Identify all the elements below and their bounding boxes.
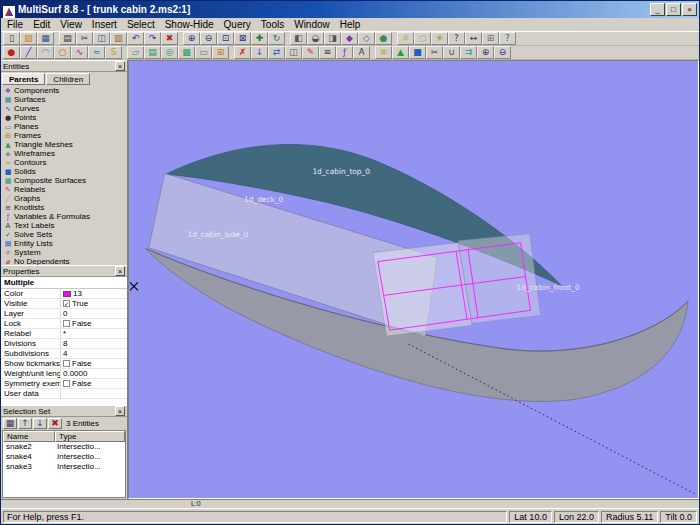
selection-row-snake3[interactable]: snake3Intersectio... [3, 462, 125, 472]
property-row-weight-unit-length[interactable]: Weight/unit length0.0000 [1, 369, 127, 379]
cut-button[interactable]: ✂ [76, 32, 93, 45]
ccurve-tool-button[interactable]: ≈ [88, 46, 105, 59]
knotlist-tool-button[interactable]: ≡ [319, 46, 336, 59]
menu-item-edit[interactable]: Edit [28, 19, 55, 30]
selection-down-button[interactable]: ↓ [33, 418, 47, 429]
properties-close-icon[interactable]: × [115, 266, 125, 276]
property-row-relabel[interactable]: Relabel* [1, 329, 127, 339]
ruled-surface-tool-button[interactable]: ▱ [127, 46, 144, 59]
tab-children[interactable]: Children [46, 73, 90, 85]
entities-item-graphs[interactable]: ╱Graphs [4, 194, 127, 203]
show-all-button[interactable]: ✳ [431, 32, 448, 45]
property-row-layer[interactable]: Layer0 [1, 309, 127, 319]
contours-tool-button[interactable]: ≋ [375, 46, 392, 59]
entities-item-curves[interactable]: ∿Curves [4, 104, 127, 113]
trim-tool-button[interactable]: ✂ [426, 46, 443, 59]
entities-item-surfaces[interactable]: ▦Surfaces [4, 95, 127, 104]
relabel-tool-button[interactable]: ✎ [302, 46, 319, 59]
formula-tool-button[interactable]: ƒ [336, 46, 353, 59]
point-tool-button[interactable]: ● [3, 46, 20, 59]
text-label-tool-button[interactable]: A [353, 46, 370, 59]
mesh-tool-button[interactable]: ▲ [392, 46, 409, 59]
menu-item-tools[interactable]: Tools [256, 19, 289, 30]
loft-surface-tool-button[interactable]: ▤ [144, 46, 161, 59]
selection-column-type[interactable]: Type [55, 431, 125, 442]
property-row-color[interactable]: Color13 [1, 289, 127, 299]
menu-item-query[interactable]: Query [219, 19, 256, 30]
viewport-3d[interactable]: 1d_cabin_top_0 1d_deck_0 1d_cabin_side_0… [128, 60, 699, 499]
entities-item-triangle-meshes[interactable]: ▲Triangle Meshes [4, 140, 127, 149]
property-row-subdivisions[interactable]: Subdivisions4 [1, 349, 127, 359]
selection-clear-button[interactable]: ✖ [48, 418, 62, 429]
close-button[interactable]: × [682, 3, 697, 16]
intersection-tool-button[interactable]: ✗ [234, 46, 251, 59]
cabin-front-panel-2[interactable] [458, 234, 540, 323]
menu-item-window[interactable]: Window [289, 19, 335, 30]
maximize-button[interactable]: □ [666, 3, 681, 16]
zoom-in-button[interactable]: ⊕ [183, 32, 200, 45]
entities-item-relabels[interactable]: ✎Relabels [4, 185, 127, 194]
property-row-show-tickmarks[interactable]: Show tickmarksFalse [1, 359, 127, 369]
zoom-fit-button[interactable]: ⊠ [234, 32, 251, 45]
copy-entity-tool-button[interactable]: ◫ [285, 46, 302, 59]
selection-row-snake4[interactable]: snake4Intersectio... [3, 452, 125, 462]
hide-entities-button[interactable]: ◌ [414, 32, 431, 45]
swept-surface-tool-button[interactable]: ▩ [178, 46, 195, 59]
bcurve-tool-button[interactable]: ∿ [71, 46, 88, 59]
tab-parents[interactable]: Parents [2, 73, 45, 85]
menu-item-insert[interactable]: Insert [87, 19, 122, 30]
display-shaded-button[interactable]: ● [375, 32, 392, 45]
entities-item-contours[interactable]: ≈Contours [4, 158, 127, 167]
redo-button[interactable]: ↷ [144, 32, 161, 45]
title-bar[interactable]: MultiSurf 8.8 - [ trunk cabin 2.ms2:1] _… [1, 1, 699, 18]
entities-item-frames[interactable]: ⊞Frames [4, 131, 127, 140]
entities-item-entity-lists[interactable]: ▤Entity Lists [4, 239, 127, 248]
pan-button[interactable]: ✚ [251, 32, 268, 45]
entities-item-components[interactable]: ❖Components [4, 86, 127, 95]
copy-button[interactable]: ◫ [93, 32, 110, 45]
minimize-button[interactable]: _ [650, 3, 665, 16]
arc-tool-button[interactable]: ◠ [37, 46, 54, 59]
entities-item-text-labels[interactable]: AText Labels [4, 221, 127, 230]
entities-item-solve-sets[interactable]: ✓Solve Sets [4, 230, 127, 239]
menu-item-help[interactable]: Help [335, 19, 366, 30]
save-button[interactable]: ▦ [37, 32, 54, 45]
entities-close-icon[interactable]: × [115, 61, 125, 71]
viewport-canvas[interactable]: 1d_cabin_top_0 1d_deck_0 1d_cabin_side_0… [129, 61, 698, 498]
display-wireframe-button[interactable]: ◇ [358, 32, 375, 45]
zoom-window-button[interactable]: ⊡ [217, 32, 234, 45]
projection-tool-button[interactable]: ↓ [251, 46, 268, 59]
entities-item-points[interactable]: ●Points [4, 113, 127, 122]
paste-button[interactable]: ▥ [110, 32, 127, 45]
entities-item-planes[interactable]: ▭Planes [4, 122, 127, 131]
entities-item-wireframes[interactable]: ◈Wireframes [4, 149, 127, 158]
solid-tool-button[interactable]: ■ [409, 46, 426, 59]
selection-row-snake2[interactable]: snake2Intersectio... [3, 442, 125, 452]
selection-up-button[interactable]: ↑ [18, 418, 32, 429]
view-perspective-button[interactable]: ◆ [341, 32, 358, 45]
view-side-button[interactable]: ◨ [324, 32, 341, 45]
magnify-plus-button[interactable]: ⊕ [477, 46, 494, 59]
offset-tool-button[interactable]: ⇉ [460, 46, 477, 59]
query-entity-button[interactable]: ? [448, 32, 465, 45]
menu-item-show-hide[interactable]: Show-Hide [160, 19, 219, 30]
revolve-surface-tool-button[interactable]: ◎ [161, 46, 178, 59]
help-button[interactable]: ? [499, 32, 516, 45]
entities-item-knotlists[interactable]: ≡Knotlists [4, 203, 127, 212]
grid-snap-button[interactable]: ⊞ [482, 32, 499, 45]
circle-tool-button[interactable]: ○ [54, 46, 71, 59]
menu-item-select[interactable]: Select [122, 19, 160, 30]
magnify-minus-button[interactable]: ⊖ [494, 46, 511, 59]
delete-button[interactable]: ✖ [161, 32, 178, 45]
measure-button[interactable]: ↔ [465, 32, 482, 45]
view-top-button[interactable]: ◒ [307, 32, 324, 45]
menu-item-file[interactable]: File [2, 19, 28, 30]
menu-item-view[interactable]: View [55, 19, 87, 30]
selection-close-icon[interactable]: × [115, 406, 125, 416]
entities-item-variables-formulas[interactable]: ƒVariables & Formulas [4, 212, 127, 221]
property-row-symmetry-exempt[interactable]: Symmetry exemptFalse [1, 379, 127, 389]
selection-column-name[interactable]: Name [3, 431, 55, 442]
line-tool-button[interactable]: ╱ [20, 46, 37, 59]
property-row-visible[interactable]: Visible✓True [1, 299, 127, 309]
entities-item-solids[interactable]: ■Solids [4, 167, 127, 176]
